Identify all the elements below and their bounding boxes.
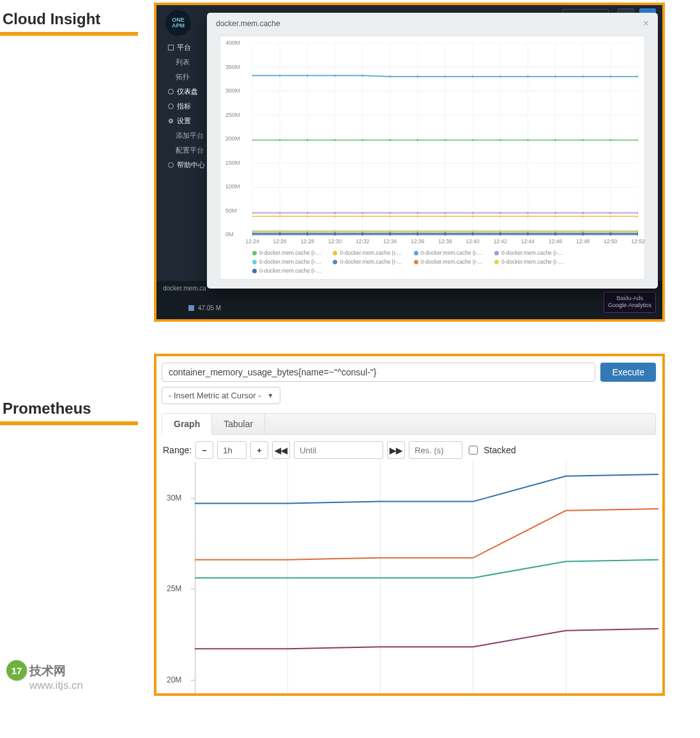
resolution-input[interactable] — [409, 441, 462, 459]
svg-point-142 — [609, 230, 611, 232]
stacked-checkbox[interactable] — [469, 446, 478, 455]
svg-point-58 — [361, 75, 363, 77]
execute-button[interactable]: Execute — [600, 363, 656, 382]
time-forward-button[interactable]: ▶▶ — [387, 441, 405, 459]
svg-point-56 — [307, 75, 308, 77]
svg-point-65 — [554, 75, 556, 77]
svg-point-46 — [444, 215, 446, 217]
analytics-badge: Baidu-Ads Google-Analytics — [604, 292, 656, 313]
svg-point-63 — [499, 75, 501, 77]
svg-point-75 — [416, 212, 418, 214]
svg-point-130 — [279, 230, 281, 232]
svg-point-40 — [279, 215, 281, 217]
range-input[interactable] — [217, 441, 247, 459]
svg-point-146 — [307, 232, 308, 234]
svg-point-151 — [444, 232, 446, 234]
svg-point-52 — [609, 215, 611, 217]
svg-point-35 — [554, 139, 556, 141]
gauge-icon — [168, 89, 174, 94]
svg-point-68 — [637, 75, 638, 77]
insert-metric-select[interactable]: - Insert Metric at Cursor - ▼ — [162, 387, 280, 404]
ci-chart-xlabels: 12:2412:2612:2812:3012:3212:3412:3612:38… — [252, 238, 638, 246]
ci-chart-legend: 0-docker.mem.cache (i-…0-docker.mem.cach… — [252, 250, 638, 275]
svg-point-155 — [554, 232, 556, 234]
sidebar-item-platform[interactable]: 平台 — [156, 40, 214, 55]
sidebar-item-topology[interactable]: 拓扑 — [156, 70, 214, 84]
svg-point-145 — [279, 232, 281, 234]
svg-point-57 — [334, 75, 336, 77]
sidebar-item-list[interactable]: 列表 — [156, 55, 214, 70]
svg-point-29 — [389, 139, 391, 141]
svg-point-83 — [637, 212, 638, 214]
svg-point-34 — [527, 139, 529, 141]
tab-graph[interactable]: Graph — [162, 414, 212, 435]
svg-point-32 — [472, 139, 474, 141]
svg-point-51 — [582, 215, 584, 217]
svg-point-37 — [609, 139, 611, 141]
sidebar-item-add-platform[interactable]: 添加平台 — [156, 128, 214, 143]
svg-point-67 — [609, 75, 611, 77]
svg-point-72 — [334, 212, 336, 214]
svg-point-71 — [307, 212, 308, 214]
svg-point-53 — [637, 215, 638, 217]
svg-point-41 — [307, 215, 308, 217]
sidebar-item-help[interactable]: 帮助中心 — [156, 158, 214, 172]
svg-point-60 — [416, 75, 418, 77]
svg-point-50 — [554, 215, 556, 217]
svg-point-81 — [582, 212, 584, 214]
svg-point-139 — [527, 230, 529, 232]
svg-point-62 — [472, 75, 474, 77]
insert-metric-label: - Insert Metric at Cursor - — [169, 391, 261, 400]
sidebar-item-config-platform[interactable]: 配置平台 — [156, 143, 214, 158]
svg-point-69 — [252, 212, 254, 214]
grid-icon — [168, 45, 174, 50]
query-input[interactable] — [162, 363, 595, 382]
svg-point-44 — [389, 215, 391, 217]
prometheus-chart: 20M25M30M10:4511:0011:1511:30 — [163, 462, 655, 696]
chart-modal-title: docker.mem.cache — [216, 19, 280, 28]
svg-point-61 — [444, 75, 446, 77]
target-icon — [168, 103, 174, 109]
svg-point-153 — [499, 232, 501, 234]
range-minus-button[interactable]: − — [195, 441, 213, 459]
svg-point-47 — [472, 215, 474, 217]
tab-tabular[interactable]: Tabular — [212, 414, 265, 434]
until-input[interactable] — [294, 441, 383, 459]
svg-point-54 — [252, 75, 254, 77]
svg-point-42 — [334, 215, 336, 217]
svg-point-80 — [554, 212, 556, 214]
svg-point-156 — [582, 232, 584, 234]
svg-point-36 — [582, 139, 584, 141]
close-icon[interactable]: × — [643, 18, 649, 29]
svg-point-131 — [307, 230, 308, 232]
svg-point-148 — [361, 232, 363, 234]
time-back-button[interactable]: ◀◀ — [272, 441, 290, 459]
svg-point-25 — [279, 139, 281, 141]
svg-point-136 — [444, 230, 446, 232]
svg-point-59 — [389, 75, 391, 77]
svg-point-141 — [582, 230, 584, 232]
oneapm-logo: ONE APM — [165, 10, 191, 36]
range-label: Range: — [163, 445, 192, 455]
svg-point-55 — [279, 75, 281, 77]
svg-point-31 — [444, 139, 446, 141]
svg-point-26 — [307, 139, 308, 141]
prometheus-frame: Execute - Insert Metric at Cursor - ▼ Gr… — [154, 354, 665, 696]
svg-point-135 — [416, 230, 418, 232]
svg-point-140 — [554, 230, 556, 232]
svg-point-28 — [361, 139, 363, 141]
range-plus-button[interactable]: + — [250, 441, 268, 459]
sidebar-item-dashboard[interactable]: 仪表盘 — [156, 84, 214, 99]
sidebar-item-settings[interactable]: ⚙设置 — [156, 114, 214, 128]
svg-point-137 — [472, 230, 474, 232]
sidebar-item-metrics[interactable]: 指标 — [156, 99, 214, 114]
svg-point-30 — [416, 139, 418, 141]
caret-down-icon: ▼ — [267, 392, 273, 399]
title-underline — [0, 32, 138, 36]
ci-chart-plot — [252, 43, 638, 236]
section-title-prometheus: Prometheus — [0, 400, 154, 418]
svg-point-76 — [444, 212, 446, 214]
svg-point-154 — [527, 232, 529, 234]
svg-point-73 — [361, 212, 363, 214]
svg-point-134 — [389, 230, 391, 232]
